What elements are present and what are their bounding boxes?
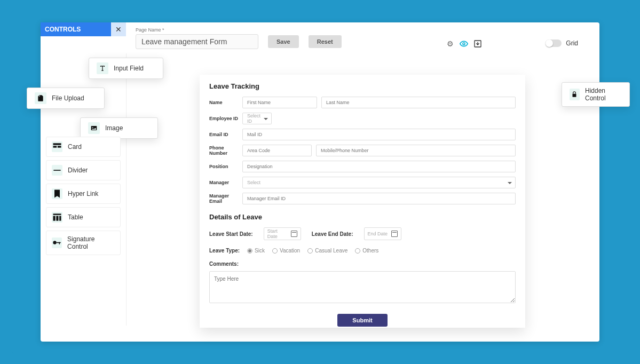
radio-icon bbox=[355, 248, 360, 254]
svg-rect-7 bbox=[58, 146, 61, 147]
export-icon[interactable] bbox=[473, 39, 482, 48]
manager-email-input[interactable] bbox=[242, 193, 516, 204]
card-icon bbox=[52, 141, 62, 152]
file-icon bbox=[35, 92, 46, 104]
svg-rect-15 bbox=[59, 242, 60, 244]
table-icon bbox=[52, 212, 62, 223]
lock-icon bbox=[570, 89, 580, 100]
control-input-field[interactable]: Input Field bbox=[89, 58, 163, 79]
control-label: Card bbox=[68, 143, 82, 151]
label-leave-type: Leave Type: bbox=[209, 248, 240, 254]
label-manager: Manager bbox=[209, 180, 242, 185]
reset-button[interactable]: Reset bbox=[309, 35, 342, 48]
comments-input[interactable] bbox=[209, 271, 516, 303]
phone-input[interactable] bbox=[316, 145, 516, 156]
control-table[interactable]: Table bbox=[46, 207, 121, 227]
control-divider[interactable]: Divider bbox=[46, 160, 121, 180]
label-start-date: Leave Start Date: bbox=[209, 231, 253, 237]
preview-icon[interactable] bbox=[460, 39, 468, 48]
label-phone: Phone Number bbox=[209, 145, 242, 156]
svg-rect-12 bbox=[59, 216, 61, 221]
area-code-input[interactable] bbox=[242, 145, 312, 156]
divider-icon bbox=[52, 165, 62, 176]
label-end-date: Leave End Date: bbox=[312, 231, 353, 237]
svg-rect-14 bbox=[57, 242, 61, 243]
label-manager-email: Manager Email bbox=[209, 193, 242, 204]
settings-icon[interactable]: ⚙ bbox=[446, 39, 454, 48]
svg-rect-9 bbox=[53, 213, 61, 215]
control-label: Table bbox=[68, 213, 83, 221]
control-image[interactable]: Image bbox=[80, 117, 158, 139]
control-label: Divider bbox=[68, 167, 88, 174]
control-hidden[interactable]: Hidden Control bbox=[562, 82, 630, 107]
control-label: File Upload bbox=[52, 94, 84, 102]
radio-icon bbox=[272, 248, 278, 254]
radio-icon bbox=[247, 248, 252, 254]
label-position: Position bbox=[209, 164, 242, 169]
control-label: Input Field bbox=[114, 65, 144, 72]
svg-rect-6 bbox=[53, 146, 57, 147]
label-comments: Comments: bbox=[209, 261, 516, 267]
control-label: Signature Control bbox=[67, 235, 115, 250]
manager-select[interactable]: Select bbox=[242, 177, 516, 188]
svg-point-13 bbox=[53, 241, 56, 244]
start-date-input[interactable]: Start Date bbox=[264, 227, 301, 240]
control-label: Hidden Control bbox=[585, 87, 622, 102]
radio-sick[interactable]: Sick bbox=[247, 248, 265, 254]
section-details-of-leave: Details of Leave bbox=[209, 213, 516, 221]
key-icon bbox=[52, 238, 62, 248]
page-name-input[interactable] bbox=[136, 34, 258, 49]
radio-icon bbox=[307, 248, 313, 254]
svg-rect-5 bbox=[53, 143, 61, 145]
control-card[interactable]: Card bbox=[46, 137, 121, 157]
radio-casual[interactable]: Casual Leave bbox=[307, 248, 347, 254]
svg-point-0 bbox=[463, 43, 465, 45]
position-input[interactable] bbox=[242, 161, 516, 172]
radio-others[interactable]: Others bbox=[355, 248, 378, 254]
svg-rect-10 bbox=[53, 216, 56, 221]
control-label: Image bbox=[105, 124, 123, 132]
label-name: Name bbox=[209, 100, 242, 105]
email-input[interactable] bbox=[242, 129, 516, 140]
control-list: Card Divider Hyper Link Table Signature … bbox=[46, 137, 121, 255]
control-file-upload[interactable]: File Upload bbox=[27, 88, 105, 109]
grid-toggle[interactable] bbox=[546, 39, 562, 47]
section-leave-tracking: Leave Tracking bbox=[209, 82, 516, 90]
topbar-tools: ⚙ bbox=[446, 39, 482, 48]
last-name-input[interactable] bbox=[321, 97, 516, 108]
grid-toggle-group: Grid bbox=[546, 39, 578, 47]
text-icon bbox=[97, 62, 108, 74]
end-date-input[interactable]: End Date bbox=[364, 227, 401, 240]
svg-point-3 bbox=[92, 127, 93, 128]
employee-id-select[interactable]: Select ID bbox=[242, 113, 272, 124]
bookmark-icon bbox=[52, 188, 62, 199]
label-email: Email ID bbox=[209, 132, 242, 137]
calendar-icon bbox=[291, 231, 297, 237]
control-signature[interactable]: Signature Control bbox=[46, 231, 121, 255]
page-name-label: Page Name * bbox=[136, 27, 258, 33]
form-canvas: Leave Tracking Name Employee ID Select I… bbox=[200, 75, 525, 328]
control-hyperlink[interactable]: Hyper Link bbox=[46, 184, 121, 204]
calendar-icon bbox=[391, 231, 398, 237]
save-button[interactable]: Save bbox=[268, 35, 299, 48]
control-label: Hyper Link bbox=[68, 190, 98, 197]
grid-toggle-label: Grid bbox=[566, 39, 578, 47]
sidebar-divider bbox=[126, 53, 127, 326]
label-employee-id: Employee ID bbox=[209, 116, 242, 121]
topbar: Page Name * Save Reset bbox=[136, 22, 599, 53]
app-frame: CONTROLS ✕ Page Name * Save Reset ⚙ Grid… bbox=[9, 6, 631, 358]
radio-vacation[interactable]: Vacation bbox=[272, 248, 300, 254]
close-controls-button[interactable]: ✕ bbox=[111, 22, 126, 36]
close-icon: ✕ bbox=[115, 25, 122, 34]
submit-button[interactable]: Submit bbox=[337, 314, 387, 327]
svg-rect-8 bbox=[53, 170, 60, 171]
svg-rect-11 bbox=[56, 216, 58, 221]
first-name-input[interactable] bbox=[242, 97, 317, 108]
controls-panel-title: CONTROLS bbox=[45, 26, 81, 33]
image-icon bbox=[88, 122, 100, 134]
svg-rect-4 bbox=[573, 94, 576, 97]
